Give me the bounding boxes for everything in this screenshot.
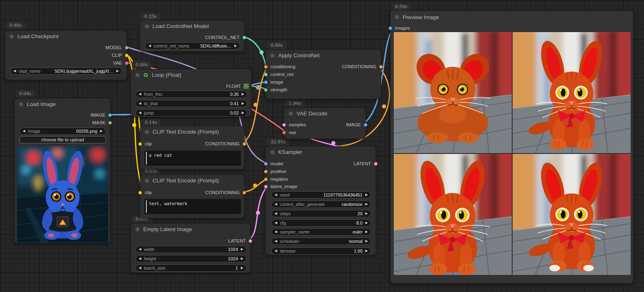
output-slot-clip[interactable]: CLIP bbox=[112, 52, 129, 59]
ckpt-name-widget[interactable]: ◀ ckpt_name SDXL/juggernautXL_juggXI… ▶ bbox=[10, 67, 122, 75]
output-slot-control-net[interactable]: CONTROL_NET bbox=[205, 34, 246, 41]
sampler-name-widget[interactable]: ◀ sampler_name euler ▶ bbox=[271, 228, 371, 236]
slot-dot[interactable] bbox=[364, 123, 367, 127]
output-slot-conditioning[interactable]: CONDITIONING bbox=[205, 189, 246, 196]
output-slot-mask[interactable]: MASK bbox=[92, 119, 112, 126]
slot-dot[interactable] bbox=[108, 113, 112, 117]
input-slot-samples[interactable]: samples bbox=[282, 121, 306, 128]
slot-dot[interactable] bbox=[249, 239, 252, 243]
collapse-dot[interactable] bbox=[145, 130, 149, 134]
collapse-dot[interactable] bbox=[135, 73, 140, 77]
slot-dot[interactable] bbox=[243, 36, 246, 39]
decrement-arrow-icon[interactable]: ◀ bbox=[275, 230, 277, 234]
node-title-bar[interactable]: Empty Latent Image bbox=[131, 224, 250, 235]
node-title-bar[interactable]: Load ControlNet Model bbox=[140, 21, 244, 32]
slot-dot[interactable] bbox=[138, 191, 142, 195]
decrement-arrow-icon[interactable]: ◀ bbox=[139, 257, 141, 260]
decrement-arrow-icon[interactable]: ◀ bbox=[275, 193, 277, 197]
output-slot-latent[interactable]: LATENT bbox=[354, 160, 378, 167]
increment-arrow-icon[interactable]: ▶ bbox=[242, 111, 244, 115]
collapse-dot[interactable] bbox=[145, 24, 149, 28]
increment-arrow-icon[interactable]: ▶ bbox=[365, 230, 368, 234]
scheduler-widget[interactable]: ◀ scheduler normal ▶ bbox=[271, 238, 371, 245]
node-title-bar[interactable]: CLIP Text Encode (Prompt) bbox=[140, 126, 244, 137]
node-preview-image[interactable]: Preview Image images bbox=[390, 11, 633, 283]
input-slot-control-net[interactable]: control_net bbox=[264, 71, 294, 78]
node-clip-text-encode-negative[interactable]: CLIP Text Encode (Prompt) clip CONDITION… bbox=[140, 175, 245, 218]
collapse-dot[interactable] bbox=[395, 15, 399, 19]
slot-dot[interactable] bbox=[264, 88, 268, 92]
decrement-arrow-icon[interactable]: ◀ bbox=[148, 44, 151, 48]
slot-dot[interactable] bbox=[125, 46, 129, 50]
node-title-bar[interactable]: VAE Decode bbox=[284, 108, 365, 119]
slot-dot[interactable] bbox=[243, 142, 246, 146]
slot-dot[interactable] bbox=[264, 185, 268, 188]
height-widget[interactable]: ◀ height 1024 ▶ bbox=[135, 255, 247, 262]
decrement-arrow-icon[interactable]: ◀ bbox=[275, 203, 277, 206]
output-slot-conditioning[interactable]: CONDITIONING bbox=[205, 140, 246, 147]
collapse-dot[interactable] bbox=[145, 179, 149, 183]
slot-dot[interactable] bbox=[264, 177, 268, 181]
preview-image-1[interactable] bbox=[394, 32, 512, 153]
increment-arrow-icon[interactable]: ▶ bbox=[100, 130, 103, 133]
increment-arrow-icon[interactable]: ▶ bbox=[365, 212, 368, 215]
slot-dot[interactable] bbox=[125, 54, 129, 57]
decrement-arrow-icon[interactable]: ◀ bbox=[139, 93, 141, 96]
node-title-bar[interactable]: Apply ControlNet bbox=[266, 50, 381, 61]
input-slot-strength[interactable]: strength bbox=[264, 86, 288, 93]
from-this-widget[interactable]: ◀ from_this 0.35 ▶ bbox=[135, 91, 247, 98]
increment-arrow-icon[interactable]: ▶ bbox=[242, 93, 244, 96]
increment-arrow-icon[interactable]: ▶ bbox=[365, 203, 368, 206]
collapse-dot[interactable] bbox=[270, 54, 275, 58]
preview-image-4[interactable] bbox=[513, 154, 631, 275]
node-graph-canvas[interactable]: 0.98s 0.25s 0.00s 0.04s 0.00s 0.14s 0.03… bbox=[0, 0, 644, 292]
to-that-widget[interactable]: ◀ to_that 0.41 ▶ bbox=[135, 100, 247, 107]
control-after-generate-widget[interactable]: ◀ control_after_generate randomize ▶ bbox=[271, 201, 371, 208]
image-file-widget[interactable]: ◀ image 00255.png ▶ bbox=[19, 128, 106, 135]
increment-arrow-icon[interactable]: ▶ bbox=[365, 240, 368, 243]
increment-arrow-icon[interactable]: ▶ bbox=[241, 266, 243, 270]
width-widget[interactable]: ◀ width 1024 ▶ bbox=[135, 246, 247, 253]
slot-dot[interactable] bbox=[374, 162, 378, 166]
input-slot-clip[interactable]: clip bbox=[138, 140, 152, 147]
node-load-controlnet-model[interactable]: Load ControlNet Model CONTROL_NET ◀ cont… bbox=[140, 20, 245, 52]
collapse-dot[interactable] bbox=[289, 112, 293, 116]
batch-size-widget[interactable]: ◀ batch_size 1 ▶ bbox=[135, 264, 247, 272]
input-slot-positive[interactable]: positive bbox=[264, 168, 286, 175]
increment-arrow-icon[interactable]: ▶ bbox=[365, 221, 368, 225]
loaded-image-thumbnail[interactable] bbox=[17, 146, 108, 242]
decrement-arrow-icon[interactable]: ◀ bbox=[13, 69, 16, 73]
decrement-arrow-icon[interactable]: ◀ bbox=[275, 221, 277, 225]
increment-arrow-icon[interactable]: ▶ bbox=[234, 44, 237, 48]
decrement-arrow-icon[interactable]: ◀ bbox=[23, 130, 25, 133]
slot-dot[interactable] bbox=[379, 65, 383, 69]
output-slot-image[interactable]: IMAGE bbox=[346, 121, 367, 128]
decrement-arrow-icon[interactable]: ◀ bbox=[139, 248, 141, 251]
output-slot-float[interactable]: FLOAT bbox=[226, 82, 249, 90]
input-slot-clip[interactable]: clip bbox=[138, 189, 152, 196]
slot-dot[interactable] bbox=[264, 80, 268, 84]
slot-dot[interactable] bbox=[264, 65, 268, 69]
input-slot-image[interactable]: image bbox=[264, 78, 283, 86]
node-loop-float[interactable]: ♻ Loop (Float) FLOAT ◀ from_this 0.35 ▶ … bbox=[131, 69, 251, 117]
increment-arrow-icon[interactable]: ▶ bbox=[365, 249, 368, 253]
collapse-dot[interactable] bbox=[270, 150, 275, 154]
prompt-textarea[interactable]: a red cat bbox=[144, 151, 241, 166]
node-title-bar[interactable]: CLIP Text Encode (Prompt) bbox=[140, 175, 244, 186]
prompt-textarea[interactable]: text, watermark bbox=[144, 199, 241, 214]
input-slot-images[interactable]: images bbox=[389, 24, 410, 32]
decrement-arrow-icon[interactable]: ◀ bbox=[139, 111, 141, 115]
decrement-arrow-icon[interactable]: ◀ bbox=[139, 266, 141, 270]
decrement-arrow-icon[interactable]: ◀ bbox=[275, 240, 277, 243]
increment-arrow-icon[interactable]: ▶ bbox=[365, 193, 368, 197]
output-slot-vae[interactable]: VAE bbox=[113, 59, 129, 67]
preview-image-3[interactable] bbox=[394, 154, 512, 275]
input-slot-latent-image[interactable]: latent_image bbox=[264, 183, 297, 190]
denoise-widget[interactable]: ◀ denoise 1.00 ▶ bbox=[271, 247, 371, 255]
collapse-dot[interactable] bbox=[19, 102, 23, 106]
node-title-bar[interactable]: Load Image bbox=[15, 99, 110, 110]
slot-dot[interactable] bbox=[264, 170, 268, 173]
input-slot-model[interactable]: model bbox=[264, 160, 283, 167]
slot-dot[interactable] bbox=[108, 121, 112, 125]
slot-dot[interactable] bbox=[138, 142, 142, 146]
